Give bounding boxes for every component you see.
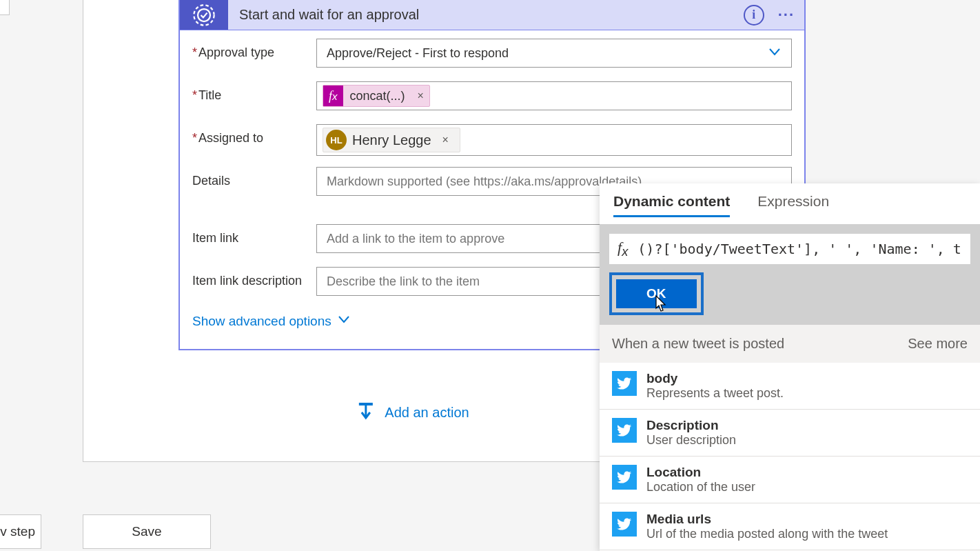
see-more-link[interactable]: See more [908,336,968,352]
twitter-icon [612,371,637,396]
dynamic-item[interactable]: bodyRepresents a tweet post. [600,363,980,410]
dynamic-item-desc: Url of the media posted along with the t… [646,527,888,541]
label-title: Title [198,88,221,102]
remove-person-icon[interactable]: × [437,134,454,146]
svg-point-0 [194,5,214,25]
dynamic-content-panel: Dynamic content Expression fx ()?['body/… [600,183,980,551]
dynamic-item-name: Media urls [646,512,888,527]
person-pill[interactable]: HL Henry Legge × [323,128,460,152]
dynamic-item-desc: Location of the user [646,480,755,494]
dynamic-item[interactable]: Media urlsUrl of the media posted along … [600,503,980,550]
title-input[interactable]: fx concat(...) × [316,81,792,110]
expression-area: fx ()?['body/TweetText'], ' ', 'Name: ',… [600,224,980,325]
add-an-action[interactable]: Add an action [354,400,469,425]
ellipsis-icon[interactable]: ··· [778,6,795,24]
field-title: *Title fx concat(...) × [192,81,792,113]
card-header[interactable]: Start and wait for an approval i ··· [180,0,804,30]
person-name: Henry Legge [352,132,431,148]
label-item-link-desc: Item link description [192,274,302,288]
label-item-link: Item link [192,231,238,245]
label-details: Details [192,174,230,188]
expression-text: ()?['body/TweetText'], ' ', 'Name: ', t [637,241,961,257]
approval-icon [180,0,228,30]
twitter-icon [612,512,637,537]
ok-button-highlight: OK [609,272,704,315]
add-action-icon [354,400,376,425]
dynamic-item[interactable]: DescriptionUser description [600,410,980,457]
assigned-to-input[interactable]: HL Henry Legge × [316,124,792,156]
card-title: Start and wait for an approval [228,7,744,23]
fx-pill-text: concat(...) [343,89,412,103]
avatar: HL [326,130,347,150]
fx-icon: fx [617,239,628,259]
remove-pill-icon[interactable]: × [412,90,429,102]
save-button[interactable]: Save [83,514,211,549]
field-assigned-to: *Assigned to HL Henry Legge × [192,124,792,156]
dynamic-source-header: When a new tweet is posted See more [600,325,980,363]
dynamic-item-desc: Represents a tweet post. [646,386,784,401]
add-action-label: Add an action [385,405,469,421]
approval-type-select[interactable]: Approve/Reject - First to respond [316,39,792,68]
fx-icon: fx [323,86,343,106]
twitter-icon [612,418,637,443]
chevron-down-icon [768,45,782,62]
dynamic-panel-tabs: Dynamic content Expression [600,183,980,224]
ok-button[interactable]: OK [616,279,697,308]
tab-dynamic-content[interactable]: Dynamic content [613,193,730,217]
dynamic-item[interactable]: LocationLocation of the user [600,457,980,503]
tab-expression[interactable]: Expression [757,193,829,217]
field-approval-type: *Approval type Approve/Reject - First to… [192,39,792,70]
dynamic-item-desc: User description [646,433,736,448]
chevron-down-icon [337,312,351,330]
new-step-button[interactable]: v step [0,514,41,549]
advanced-options-label: Show advanced options [192,314,331,329]
approval-type-value: Approve/Reject - First to respond [327,46,509,61]
dynamic-items-list: bodyRepresents a tweet post.DescriptionU… [600,363,980,550]
label-approval-type: Approval type [198,46,274,59]
dynamic-item-name: Location [646,465,755,480]
dynamic-item-name: body [646,371,784,386]
label-assigned-to: Assigned to [198,131,263,145]
fx-expression-pill[interactable]: fx concat(...) × [323,85,430,107]
source-title: When a new tweet is posted [612,336,784,352]
truncated-panel [0,0,10,15]
svg-point-1 [198,9,210,21]
svg-rect-2 [358,403,372,405]
dynamic-item-name: Description [646,418,736,433]
twitter-icon [612,465,637,490]
info-icon[interactable]: i [744,5,764,26]
expression-input[interactable]: fx ()?['body/TweetText'], ' ', 'Name: ',… [609,234,970,264]
